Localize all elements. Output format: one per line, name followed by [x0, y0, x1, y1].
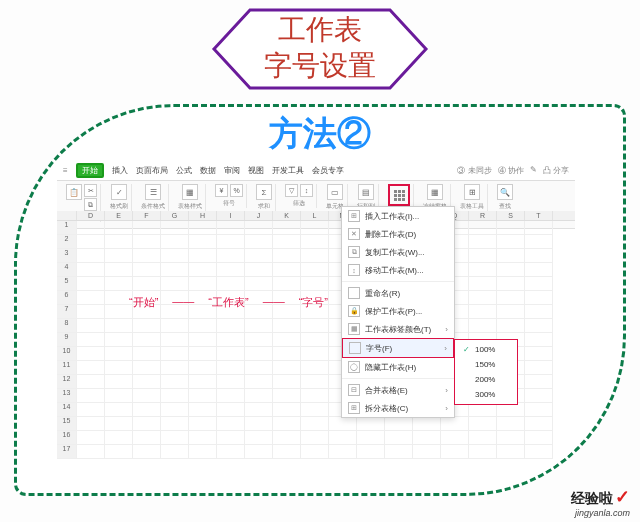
cell[interactable] — [469, 263, 497, 277]
tools-icon[interactable]: ⊞ — [464, 184, 480, 200]
cell[interactable] — [245, 375, 273, 389]
menu-split-tables[interactable]: ⊞拆分表格(C)› — [342, 399, 454, 417]
cell[interactable] — [245, 319, 273, 333]
cell[interactable] — [273, 263, 301, 277]
cell[interactable] — [161, 375, 189, 389]
cell[interactable] — [469, 277, 497, 291]
cell[interactable] — [273, 361, 301, 375]
cell[interactable] — [273, 249, 301, 263]
cell[interactable] — [273, 375, 301, 389]
cell[interactable] — [301, 417, 329, 431]
cell[interactable] — [441, 431, 469, 445]
cell[interactable] — [77, 417, 105, 431]
cell[interactable] — [385, 417, 413, 431]
column-header[interactable]: L — [301, 211, 329, 220]
column-header[interactable]: G — [161, 211, 189, 220]
cell[interactable] — [525, 347, 553, 361]
cell[interactable] — [245, 235, 273, 249]
cell[interactable] — [469, 319, 497, 333]
cell[interactable] — [217, 333, 245, 347]
cell[interactable] — [301, 333, 329, 347]
cell[interactable] — [497, 445, 525, 459]
column-header[interactable]: J — [245, 211, 273, 220]
cell[interactable] — [133, 249, 161, 263]
cell[interactable] — [77, 445, 105, 459]
cell[interactable] — [217, 445, 245, 459]
row-header[interactable]: 5 — [57, 277, 77, 291]
cell[interactable] — [525, 333, 553, 347]
cond-format-icon[interactable]: ☰ — [145, 184, 161, 200]
cell[interactable] — [525, 235, 553, 249]
menu-rename[interactable]: 重命名(R) — [342, 284, 454, 302]
cell[interactable] — [105, 333, 133, 347]
menu-copy-sheet[interactable]: ⧉复制工作表(W)... — [342, 243, 454, 261]
cell[interactable] — [525, 375, 553, 389]
copy-icon[interactable]: ⧉ — [84, 198, 97, 211]
cell[interactable] — [245, 221, 273, 235]
cell[interactable] — [161, 361, 189, 375]
cell[interactable] — [161, 235, 189, 249]
cell[interactable] — [245, 417, 273, 431]
cell[interactable] — [217, 319, 245, 333]
cell[interactable] — [217, 417, 245, 431]
cell[interactable] — [525, 249, 553, 263]
cell[interactable] — [245, 277, 273, 291]
cell[interactable] — [357, 431, 385, 445]
cell[interactable] — [161, 277, 189, 291]
cell[interactable] — [497, 291, 525, 305]
cell[interactable] — [525, 263, 553, 277]
cell[interactable] — [469, 403, 497, 417]
cell[interactable] — [217, 263, 245, 277]
row-header[interactable]: 17 — [57, 445, 77, 459]
cell[interactable] — [273, 445, 301, 459]
tab-formula[interactable]: 公式 — [176, 165, 192, 176]
cell[interactable] — [245, 249, 273, 263]
row-header[interactable]: 1 — [57, 221, 77, 235]
cell[interactable] — [133, 263, 161, 277]
cell[interactable] — [217, 431, 245, 445]
tab-vip[interactable]: 会员专享 — [312, 165, 344, 176]
cell[interactable] — [469, 445, 497, 459]
currency-icon[interactable]: ¥ — [215, 184, 228, 197]
cell[interactable] — [77, 263, 105, 277]
cell[interactable] — [77, 277, 105, 291]
cell[interactable] — [301, 445, 329, 459]
cell[interactable] — [217, 403, 245, 417]
cell[interactable] — [273, 417, 301, 431]
cell[interactable] — [161, 333, 189, 347]
cell[interactable] — [301, 263, 329, 277]
table-style-icon[interactable]: ▦ — [182, 184, 198, 200]
cell[interactable] — [273, 277, 301, 291]
cell[interactable] — [161, 263, 189, 277]
row-header[interactable]: 12 — [57, 375, 77, 389]
row-header[interactable]: 15 — [57, 417, 77, 431]
cell[interactable] — [525, 277, 553, 291]
cell[interactable] — [105, 277, 133, 291]
zoom-100[interactable]: ✓100% — [455, 342, 517, 357]
cell[interactable] — [189, 277, 217, 291]
cell[interactable] — [105, 389, 133, 403]
cell[interactable] — [189, 389, 217, 403]
cell[interactable] — [161, 417, 189, 431]
cell[interactable] — [329, 445, 357, 459]
cell[interactable] — [105, 347, 133, 361]
cell[interactable] — [525, 403, 553, 417]
cell[interactable] — [469, 235, 497, 249]
cell[interactable] — [245, 263, 273, 277]
cell[interactable] — [189, 431, 217, 445]
cell[interactable] — [301, 347, 329, 361]
column-header[interactable]: E — [105, 211, 133, 220]
cell[interactable] — [161, 249, 189, 263]
cell[interactable] — [133, 333, 161, 347]
cell[interactable] — [105, 375, 133, 389]
column-header[interactable]: F — [133, 211, 161, 220]
row-header[interactable]: 16 — [57, 431, 77, 445]
cell[interactable] — [469, 431, 497, 445]
cell[interactable] — [273, 333, 301, 347]
cell[interactable] — [133, 235, 161, 249]
cell[interactable] — [77, 389, 105, 403]
cell[interactable] — [357, 445, 385, 459]
cell[interactable] — [161, 221, 189, 235]
cell[interactable] — [245, 431, 273, 445]
cell[interactable] — [385, 445, 413, 459]
